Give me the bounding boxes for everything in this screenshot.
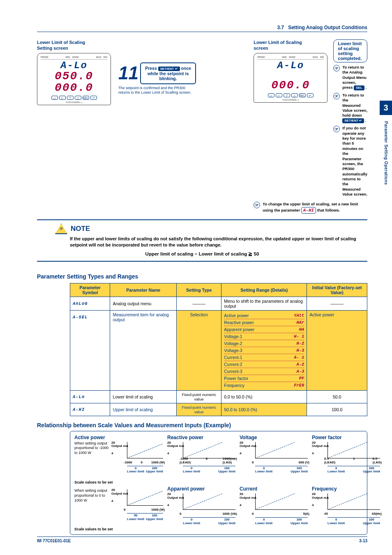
note-block: ☞ NOTE If the upper and lower limits of …	[37, 219, 367, 262]
disp-icon: ▭	[51, 96, 58, 100]
sel-icon: SEL	[83, 96, 89, 100]
section-header: 3.7 Setting Analog Output Conditions	[37, 25, 367, 32]
range-option: Current-1A- 1	[224, 354, 304, 361]
note-title: NOTE	[71, 225, 90, 233]
graph-active-1: 20Output mA4 -100001000 (W)	[111, 441, 165, 466]
table-row: A-Lo Lower limit of scaling Fixed-point …	[70, 390, 367, 403]
graph-current: 20Output mA4 05(A)	[240, 493, 309, 517]
page-number: 3-13	[359, 539, 367, 543]
th-range: Setting Range (Details)	[221, 283, 307, 297]
section-number: 3.7	[277, 25, 284, 30]
tip-3: ☞ If you do not operate any key for more…	[333, 126, 367, 197]
range-option: Current-2A-2	[224, 361, 304, 368]
seg-line2: 050.0	[41, 71, 107, 82]
completed-box: Lower limit of scaling setting completed…	[333, 39, 367, 62]
setent-key: SET/ENT ↵	[158, 67, 180, 71]
down-icon: ▽	[67, 96, 74, 100]
graph-voltage: 20Output mA4 0600 (V)	[240, 441, 309, 466]
page-footer: IM 77C01E01-01E 3-13	[37, 537, 367, 543]
warning-icon: ☞	[55, 223, 67, 234]
step-number: 11	[118, 64, 138, 82]
graph-apparent: 20Output mA4 01000 (VA)	[167, 493, 237, 517]
seg-line1: A-Lo	[41, 61, 107, 71]
range-option: Power factorPF	[224, 375, 304, 382]
right-icon: ▷	[59, 96, 66, 100]
table-row: A-HI Upper limit of scaling Fixed-point …	[70, 403, 367, 416]
range-option: Apparent powerHA	[224, 326, 304, 333]
section-title: Setting Analog Output Conditions	[288, 25, 367, 30]
left-title: Lower Limit of Scaling Setting screen	[37, 39, 196, 51]
up-icon: △	[75, 96, 81, 100]
th-type: Setting Type	[177, 283, 221, 297]
param-table: Parameter Symbol Parameter Name Setting …	[70, 283, 367, 416]
chapter-number: 3	[380, 101, 392, 115]
th-symbol: Parameter Symbol	[70, 283, 110, 297]
device-right: PR300MW 1P2WMAX MN A-Lo 000.0 ▭▷▽△SEL↵ Y…	[254, 53, 327, 103]
param-section-title: Parameter Setting Types and Ranges	[37, 273, 367, 280]
note-text: If the upper and lower limits of scaling…	[70, 236, 367, 249]
hand-icon: ☞	[333, 65, 340, 71]
left-block: Lower Limit of Scaling Setting screen PR…	[37, 39, 196, 216]
hand-icon: ☞	[254, 202, 260, 208]
range-option: Active powerYAtt	[224, 312, 304, 319]
tip-2: ☞ To return to the Measured Value screen…	[333, 93, 367, 123]
graph-pf: 20Output mA4 0.5(LEAD)10.5(LAG)	[312, 441, 382, 466]
seg-line3: 000.0	[41, 82, 107, 94]
relationship-title: Relationship between Scale Values and Me…	[37, 422, 367, 428]
side-tab: 3 Parameter Setting Operations	[380, 101, 392, 190]
th-name: Parameter Name	[110, 283, 177, 297]
instruction-box: Press SET/ENT ↵ once while the setpoint …	[140, 62, 196, 84]
setent-icon: ↵	[90, 96, 97, 100]
table-row: AnLoG Analog output menu ——— Menu to shi…	[70, 297, 367, 310]
step-note: The setpoint is confirmed and the PR300 …	[118, 86, 196, 95]
hand-icon: ☞	[333, 126, 340, 132]
graph-freq: 20Output mA4 4565(Hz)	[312, 493, 382, 517]
hand-icon: ☞	[333, 93, 340, 99]
graph-active-2: 20Output mA4 01000 (W)	[111, 488, 165, 513]
graph-reactive: 20Output mA4 -1000(LEAD)01000(var)(LAG)	[167, 441, 237, 466]
range-option: Reactive powerHAr	[224, 319, 304, 326]
doc-id: IM 77C01E01-01E	[37, 539, 71, 543]
th-init: Initial Value (Factory-set Value)	[307, 283, 367, 297]
side-label: Parameter Setting Operations	[384, 115, 388, 189]
graph-panel: Active power When setting output proport…	[70, 431, 367, 535]
right-block: Lower Limit of Scaling screen PR300MW 1P…	[254, 39, 367, 216]
right-title: Lower Limit of Scaling screen	[254, 39, 327, 51]
device-left: PR300MW 1P2WMAX MN A-Lo 050.0 000.0 ▭ ▷ …	[37, 53, 111, 105]
range-option: FrequencyFrE9	[224, 382, 304, 389]
range-option: Voltage-3H-3	[224, 347, 304, 354]
table-row: A-SEL Measurement item for analog output…	[70, 310, 367, 390]
device-buttons: ▭ ▷ ▽ △ SEL ↵	[41, 96, 107, 100]
tip-1: ☞ To return to the Analog Output Menu sc…	[333, 65, 367, 90]
change-upper-tip: ☞ To change the upper limit of scaling, …	[254, 202, 367, 214]
range-option: Voltage-1H- 1	[224, 333, 304, 340]
range-option: Current-3A-3	[224, 368, 304, 375]
note-formula: Upper limit of scaling − Lower limit of …	[37, 251, 367, 257]
range-option: Voltage-2H-2	[224, 340, 304, 347]
